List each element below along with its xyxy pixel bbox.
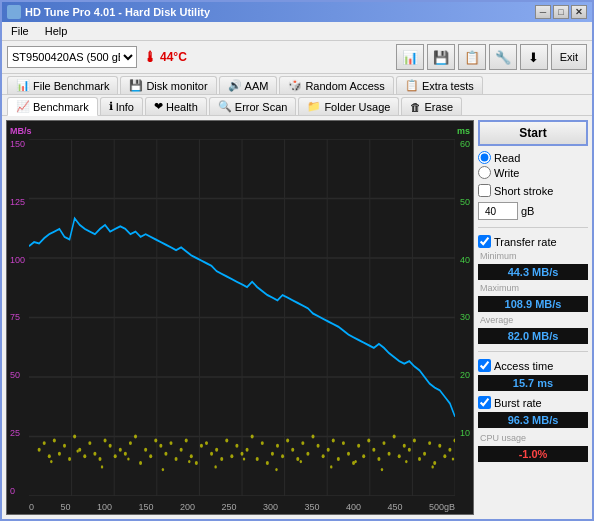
tab-erase[interactable]: 🗑 Erase xyxy=(401,97,462,115)
svg-point-89 xyxy=(403,444,406,448)
temperature-display: 🌡 44°C xyxy=(143,49,187,65)
svg-point-87 xyxy=(393,435,396,439)
stroke-input[interactable] xyxy=(478,202,518,220)
folder-usage-icon: 📁 xyxy=(307,100,321,113)
burst-rate-section: Burst rate 96.3 MB/s xyxy=(478,396,588,428)
tab-error-scan[interactable]: 🔍 Error Scan xyxy=(209,97,297,115)
read-radio-label[interactable]: Read xyxy=(478,151,588,164)
tab-health[interactable]: ❤ Health xyxy=(145,97,207,115)
window-title: HD Tune Pro 4.01 - Hard Disk Utility xyxy=(25,6,210,18)
toolbar-icon-4[interactable]: 🔧 xyxy=(489,44,517,70)
svg-point-27 xyxy=(88,441,91,445)
minimum-label: Minimum xyxy=(480,251,588,261)
cpu-usage-value: -1.0% xyxy=(478,446,588,462)
random-access-icon: 🎲 xyxy=(288,79,302,92)
svg-point-43 xyxy=(169,441,172,445)
svg-point-56 xyxy=(235,444,238,448)
svg-point-68 xyxy=(296,457,299,461)
tab-random-access[interactable]: 🎲 Random Access xyxy=(279,76,393,94)
svg-point-39 xyxy=(149,454,152,458)
average-label: Average xyxy=(480,315,588,325)
svg-point-17 xyxy=(38,448,41,452)
maximize-button[interactable]: □ xyxy=(553,5,569,19)
svg-point-58 xyxy=(246,448,249,452)
exit-button[interactable]: Exit xyxy=(551,44,587,70)
erase-icon: 🗑 xyxy=(410,101,421,113)
svg-point-99 xyxy=(453,438,455,442)
health-icon: ❤ xyxy=(154,100,163,113)
svg-point-97 xyxy=(443,454,446,458)
toolbar-icon-3[interactable]: 📋 xyxy=(458,44,486,70)
svg-point-112 xyxy=(381,468,383,471)
disk-selector[interactable]: ST9500420AS (500 gB) xyxy=(7,46,137,68)
access-time-checkbox[interactable] xyxy=(478,359,491,372)
svg-point-101 xyxy=(76,449,78,452)
tab-disk-monitor[interactable]: 💾 Disk monitor xyxy=(120,76,216,94)
svg-point-52 xyxy=(215,448,218,452)
write-radio-label[interactable]: Write xyxy=(478,166,588,179)
svg-point-51 xyxy=(210,452,213,456)
svg-point-103 xyxy=(127,457,129,460)
tab-aam[interactable]: 🔊 AAM xyxy=(219,76,278,94)
svg-point-98 xyxy=(448,448,451,452)
svg-point-57 xyxy=(240,452,243,456)
toolbar-icon-5[interactable]: ⬇ xyxy=(520,44,548,70)
minimize-button[interactable]: ─ xyxy=(535,5,551,19)
svg-point-96 xyxy=(438,444,441,448)
svg-point-91 xyxy=(413,438,416,442)
tab-file-benchmark[interactable]: 📊 File Benchmark xyxy=(7,76,118,94)
burst-rate-checkbox[interactable] xyxy=(478,396,491,409)
svg-point-30 xyxy=(104,438,107,442)
toolbar-icon-2[interactable]: 💾 xyxy=(427,44,455,70)
menu-file[interactable]: File xyxy=(7,24,33,38)
tab-info[interactable]: ℹ Info xyxy=(100,97,143,115)
y-axis-left-label: MB/s xyxy=(10,126,32,136)
read-radio[interactable] xyxy=(478,151,491,164)
svg-point-108 xyxy=(275,468,277,471)
svg-point-86 xyxy=(388,452,391,456)
short-stroke-checkbox[interactable] xyxy=(478,184,491,197)
tab-folder-usage[interactable]: 📁 Folder Usage xyxy=(298,97,399,115)
toolbar-icon-1[interactable]: 📊 xyxy=(396,44,424,70)
access-time-checkbox-label[interactable]: Access time xyxy=(478,359,588,372)
svg-point-41 xyxy=(159,444,162,448)
access-time-value: 15.7 ms xyxy=(478,375,588,391)
disk-monitor-icon: 💾 xyxy=(129,79,143,92)
transfer-rate-checkbox[interactable] xyxy=(478,235,491,248)
svg-point-31 xyxy=(109,444,112,448)
svg-point-18 xyxy=(43,441,46,445)
svg-point-26 xyxy=(83,454,86,458)
aam-icon: 🔊 xyxy=(228,79,242,92)
svg-point-63 xyxy=(271,452,274,456)
svg-point-72 xyxy=(317,444,320,448)
error-scan-icon: 🔍 xyxy=(218,100,232,113)
main-content: MB/s ms 150 125 100 75 50 25 0 60 50 40 … xyxy=(2,116,592,519)
svg-point-100 xyxy=(50,460,52,463)
close-button[interactable]: ✕ xyxy=(571,5,587,19)
toolbar: ST9500420AS (500 gB) 🌡 44°C 📊 💾 📋 🔧 ⬇ Ex… xyxy=(2,41,592,74)
transfer-rate-checkbox-label[interactable]: Transfer rate xyxy=(478,235,588,248)
svg-point-48 xyxy=(195,461,198,465)
svg-point-80 xyxy=(357,444,360,448)
burst-rate-checkbox-label[interactable]: Burst rate xyxy=(478,396,588,409)
svg-point-42 xyxy=(164,452,167,456)
tab-extra-tests[interactable]: 📋 Extra tests xyxy=(396,76,483,94)
extra-tests-icon: 📋 xyxy=(405,79,419,92)
start-button[interactable]: Start xyxy=(478,120,588,146)
svg-point-29 xyxy=(98,457,101,461)
menu-help[interactable]: Help xyxy=(41,24,72,38)
right-panel: Start Read Write Short stroke gB xyxy=(478,120,588,515)
svg-point-81 xyxy=(362,454,365,458)
svg-point-113 xyxy=(405,460,407,463)
svg-point-22 xyxy=(63,444,66,448)
app-icon xyxy=(7,5,21,19)
short-stroke-label[interactable]: Short stroke xyxy=(478,184,588,197)
svg-point-53 xyxy=(220,457,223,461)
svg-point-88 xyxy=(398,454,401,458)
tab-benchmark[interactable]: 📈 Benchmark xyxy=(7,97,98,116)
svg-point-49 xyxy=(200,444,203,448)
svg-point-93 xyxy=(423,452,426,456)
average-value: 82.0 MB/s xyxy=(478,328,588,344)
tab-bar-top: 📊 File Benchmark 💾 Disk monitor 🔊 AAM 🎲 … xyxy=(2,74,592,95)
write-radio[interactable] xyxy=(478,166,491,179)
